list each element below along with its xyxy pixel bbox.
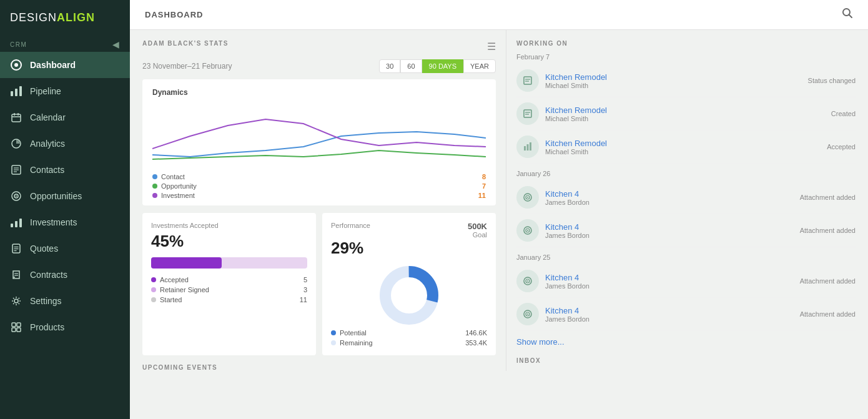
stats-section-label: ADAM BLACK'S STATS — [142, 40, 229, 47]
avatar-6 — [516, 270, 539, 292]
avatar-7 — [516, 303, 539, 325]
activity-item-1: Kitchen Remodel Michael Smith Status cha… — [516, 64, 856, 97]
page-title: DASHBOARD — [145, 10, 204, 19]
time-btn-30[interactable]: 30 — [379, 59, 400, 73]
logo: design ALIGN — [0, 0, 130, 33]
time-filter-group: 30 60 90 DAYS YEAR — [379, 59, 496, 73]
chart-title: Dynamics — [152, 88, 486, 97]
activity-sub-1: Michael Smith — [545, 82, 802, 89]
investments-legend: Accepted 5 Retainer Signed 3 Started 11 — [151, 276, 307, 303]
performance-percent: 29% — [331, 239, 487, 258]
activity-title-1[interactable]: Kitchen Remodel — [545, 72, 802, 82]
performance-header: Performance 500K Goal — [331, 222, 487, 239]
left-panel: ADAM BLACK'S STATS ☰ 23 November–21 Febr… — [130, 30, 506, 371]
filter-dots-button[interactable]: ☰ — [487, 41, 496, 52]
search-button[interactable] — [842, 7, 853, 22]
svg-rect-35 — [524, 77, 531, 84]
potential-label: Potential — [340, 329, 367, 337]
activity-action-1: Status changed — [808, 77, 856, 84]
time-btn-year[interactable]: YEAR — [463, 59, 496, 73]
settings-icon — [10, 295, 22, 307]
sidebar-item-investments[interactable]: Investments — [0, 209, 130, 235]
avatar-5 — [516, 219, 539, 242]
accepted-dot — [151, 277, 156, 282]
activity-sub-6: James Bordon — [545, 282, 794, 290]
sidebar-item-quotes[interactable]: Quotes — [0, 235, 130, 262]
activity-action-5: Attachment added — [800, 227, 856, 234]
svg-rect-17 — [11, 224, 13, 227]
crm-label: CRM — [10, 41, 27, 48]
time-btn-90[interactable]: 90 DAYS — [422, 59, 463, 73]
activity-title-4[interactable]: Kitchen 4 — [545, 189, 794, 199]
contact-dot — [152, 174, 157, 179]
investments-label: Investments — [30, 217, 77, 227]
quotes-label: Quotes — [30, 244, 58, 254]
logo-design-text: design — [10, 11, 57, 24]
dynamics-chart-card: Dynamics Contact 8 — [142, 79, 496, 205]
sidebar-item-calendar[interactable]: Calendar — [0, 104, 130, 131]
sidebar-item-products[interactable]: Products — [0, 314, 130, 340]
activity-title-6[interactable]: Kitchen 4 — [545, 273, 794, 282]
activity-title-7[interactable]: Kitchen 4 — [545, 306, 794, 315]
logo-align-text: ALIGN — [57, 11, 95, 24]
retainer-dot — [151, 287, 156, 292]
sidebar-item-analytics[interactable]: Analytics — [0, 131, 130, 157]
sidebar-item-pipeline[interactable]: Pipeline — [0, 78, 130, 104]
activity-title-2[interactable]: Kitchen Remodel — [545, 106, 825, 115]
retainer-value: 3 — [303, 286, 307, 293]
accepted-value: 5 — [303, 276, 307, 283]
upcoming-events-label: UPCOMING EVENTS — [142, 364, 496, 371]
quotes-icon — [10, 242, 22, 255]
date-jan26: January 26 — [516, 170, 856, 177]
main-content: DASHBOARD ADAM BLACK'S STATS ☰ 23 Novemb… — [130, 0, 868, 419]
sidebar-item-contracts[interactable]: Contracts — [0, 262, 130, 288]
sidebar-item-settings[interactable]: Settings — [0, 288, 130, 314]
dynamics-chart — [152, 102, 486, 170]
stats-header: ADAM BLACK'S STATS ☰ — [142, 40, 496, 53]
opportunity-label: Opportunity — [161, 182, 197, 190]
dashboard-label: Dashboard — [30, 60, 76, 70]
activity-action-2: Created — [831, 110, 856, 117]
legend-opportunity: Opportunity — [152, 182, 197, 190]
avatar-4 — [516, 186, 539, 209]
settings-label: Settings — [30, 296, 62, 306]
show-more-button[interactable]: Show more... — [516, 337, 565, 347]
svg-rect-19 — [19, 219, 22, 227]
svg-point-1 — [14, 63, 18, 67]
time-btn-60[interactable]: 60 — [400, 59, 422, 73]
analytics-icon — [10, 137, 22, 150]
investments-percent: 45% — [151, 232, 307, 251]
svg-rect-5 — [12, 114, 21, 122]
opportunities-icon — [10, 190, 22, 202]
contact-label: Contact — [161, 173, 185, 180]
investment-value: 11 — [478, 192, 486, 199]
svg-rect-18 — [15, 221, 17, 227]
investments-icon — [10, 216, 22, 229]
bottom-cards: Investments Accepted 45% Accepted 5 — [142, 213, 496, 355]
legend-potential: Potential 146.6K — [331, 329, 487, 337]
activity-item-4: Kitchen 4 James Bordon Attachment added — [516, 181, 856, 214]
activity-title-5[interactable]: Kitchen 4 — [545, 222, 794, 232]
investments-card-title: Investments Accepted — [151, 222, 307, 229]
pipeline-icon — [10, 85, 22, 97]
performance-title: Performance — [331, 222, 370, 229]
sidebar-item-contacts[interactable]: Contacts — [0, 157, 130, 183]
sidebar-collapse-button[interactable]: ◀ — [112, 39, 121, 49]
accepted-label: Accepted — [160, 276, 189, 283]
activity-info-4: Kitchen 4 James Bordon — [545, 189, 794, 206]
svg-rect-4 — [19, 86, 22, 96]
date-jan25: January 25 — [516, 254, 856, 261]
analytics-label: Analytics — [30, 139, 65, 149]
activity-title-3[interactable]: Kitchen Remodel — [545, 139, 821, 148]
sidebar-item-dashboard[interactable]: Dashboard — [0, 52, 130, 78]
activity-action-6: Attachment added — [800, 277, 856, 285]
avatar-1 — [516, 69, 539, 92]
contracts-icon — [10, 269, 22, 281]
main-body: ADAM BLACK'S STATS ☰ 23 November–21 Febr… — [130, 30, 868, 371]
products-icon — [10, 321, 22, 333]
products-label: Products — [30, 322, 64, 332]
legend-retainer: Retainer Signed 3 — [151, 286, 307, 293]
remaining-dot — [331, 340, 336, 345]
sidebar-item-opportunities[interactable]: Opportunities — [0, 183, 130, 209]
retainer-label: Retainer Signed — [160, 286, 209, 293]
